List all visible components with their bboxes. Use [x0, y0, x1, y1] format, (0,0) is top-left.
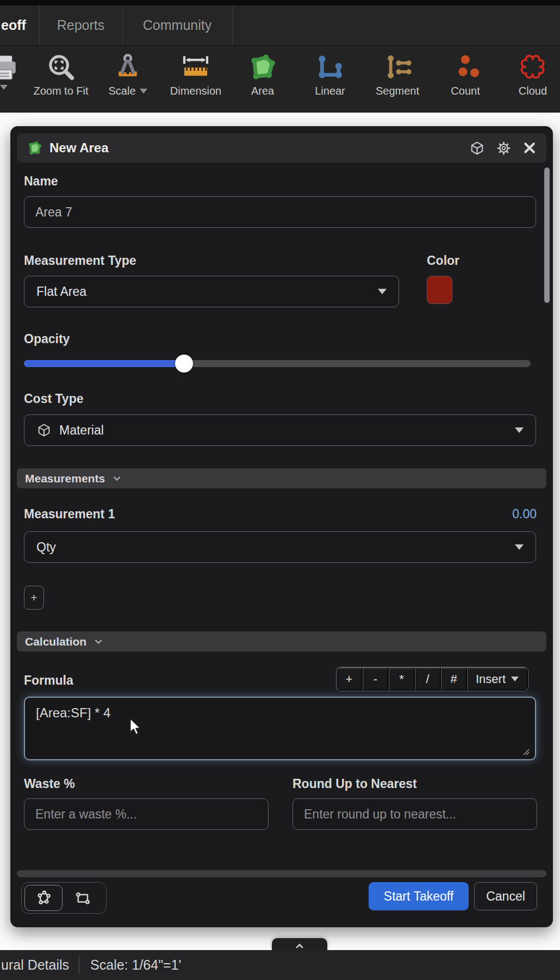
name-input[interactable] [24, 196, 536, 228]
tab-takeoff[interactable]: eoff [0, 5, 39, 45]
waste-input[interactable] [24, 798, 269, 830]
calculation-section-header[interactable]: Calculation [17, 631, 546, 652]
tool-ribbon: Zoom to Fit Scale [0, 45, 560, 113]
dialog-scrollbar-thumb[interactable] [544, 168, 550, 303]
color-swatch[interactable] [427, 276, 452, 304]
chevron-down-icon [515, 427, 524, 433]
tool-scale[interactable]: Scale [92, 50, 163, 109]
qty-value: Qty [36, 540, 56, 555]
cost-type-select[interactable]: Material [24, 414, 536, 446]
status-scale[interactable]: Scale: 1/64"=1' [90, 957, 181, 973]
measurement-1-label: Measurement 1 [24, 507, 115, 522]
dialog-header[interactable]: New Area [17, 133, 546, 163]
area-polygon-icon [27, 140, 43, 156]
linear-icon [315, 50, 345, 84]
footer-divider [17, 870, 546, 877]
add-measurement-button[interactable]: + [24, 586, 44, 610]
op-plus-button[interactable]: + [337, 667, 363, 691]
status-separator [79, 957, 79, 974]
insert-button[interactable]: Insert [467, 667, 528, 691]
main-tabbar: eoff Reports Community [0, 5, 560, 45]
tool-label: Scale [108, 85, 147, 97]
formula-operator-group: + - * / # Insert [336, 667, 528, 691]
print-caret [0, 85, 8, 90]
op-divide-button[interactable]: / [415, 667, 441, 691]
scale-label-text: Scale [108, 85, 135, 97]
start-takeoff-button[interactable]: Start Takeoff [369, 882, 469, 910]
tool-segment[interactable]: Segment [362, 50, 433, 109]
plus-icon: + [30, 591, 37, 604]
segment-icon [383, 50, 412, 84]
chevron-down-icon [378, 289, 387, 294]
cloud-icon [518, 50, 547, 84]
round-up-label: Round Up to Nearest [293, 777, 417, 791]
opacity-label: Opacity [24, 332, 70, 346]
app-window: eoff Reports Community [0, 0, 560, 980]
round-up-input[interactable] [293, 798, 537, 830]
tab-takeoff-label: eoff [1, 17, 26, 33]
status-sheet-name[interactable]: ural Details [1, 957, 69, 973]
tab-community[interactable]: Community [122, 5, 232, 45]
tool-label: Dimension [170, 85, 221, 97]
opacity-slider-thumb[interactable] [175, 355, 193, 373]
chevron-down-icon [511, 677, 519, 681]
gear-icon[interactable] [496, 140, 512, 156]
op-hash-button[interactable]: # [441, 667, 467, 691]
dimension-icon [181, 50, 211, 84]
tool-linear[interactable]: Linear [295, 50, 365, 109]
count-icon [451, 50, 480, 84]
tab-community-label: Community [143, 17, 211, 33]
cost-type-value: Material [59, 423, 104, 438]
tool-label: Segment [376, 85, 419, 97]
formula-textarea[interactable]: [Area:SF] * 4 [24, 697, 536, 760]
tool-dimension[interactable]: Dimension [160, 50, 231, 109]
rectangle-draw-button[interactable] [64, 885, 102, 911]
tool-count[interactable]: Count [430, 50, 501, 109]
tool-zoom-to-fit[interactable]: Zoom to Fit [26, 50, 96, 109]
rectangle-icon [73, 888, 92, 908]
tool-label: Linear [315, 85, 345, 97]
measurement-type-value: Flat Area [36, 284, 86, 299]
op-multiply-button[interactable]: * [389, 667, 415, 691]
scale-caret-icon [140, 89, 147, 94]
print-icon [0, 50, 18, 84]
tab-reports[interactable]: Reports [39, 5, 122, 45]
formula-label: Formula [24, 673, 73, 688]
opacity-slider[interactable] [24, 360, 531, 367]
tool-label: Count [451, 85, 480, 97]
qty-select[interactable]: Qty [24, 531, 536, 563]
measurements-section-header[interactable]: Measurements [17, 468, 546, 488]
measurement-1-value: 0.00 [512, 507, 537, 522]
opacity-slider-fill [24, 360, 184, 367]
tab-separator [232, 5, 233, 45]
panel-pull-tab[interactable] [272, 938, 327, 951]
material-cube-icon [36, 423, 52, 438]
scale-icon [113, 50, 142, 84]
measurement-type-select[interactable]: Flat Area [24, 276, 399, 307]
cost-type-label: Cost Type [24, 392, 83, 406]
calculation-section-label: Calculation [25, 635, 86, 648]
window-top-strip [0, 0, 560, 5]
tool-label: Zoom to Fit [33, 85, 88, 97]
tab-reports-label: Reports [57, 17, 105, 33]
chevron-up-icon [293, 940, 307, 951]
polygon-draw-button[interactable] [24, 885, 63, 911]
name-label: Name [24, 174, 58, 189]
dialog-title: New Area [49, 140, 109, 156]
cancel-button[interactable]: Cancel [474, 882, 537, 910]
close-icon[interactable] [522, 141, 537, 155]
chevron-down-icon [515, 544, 524, 550]
chevron-down-icon [93, 636, 104, 647]
tool-cloud[interactable]: Cloud [497, 50, 560, 109]
tool-area[interactable]: Area [227, 50, 298, 109]
new-area-dialog: New Area [10, 126, 553, 927]
tool-label: Area [251, 85, 274, 97]
tool-print-partial[interactable] [0, 50, 28, 109]
waste-label: Waste % [24, 777, 75, 791]
area-icon [247, 50, 278, 84]
op-minus-button[interactable]: - [363, 667, 389, 691]
measurements-section-label: Measurements [25, 472, 105, 485]
cube-icon[interactable] [469, 140, 485, 156]
chevron-down-icon [111, 473, 122, 484]
zoom-to-fit-icon [46, 50, 76, 84]
